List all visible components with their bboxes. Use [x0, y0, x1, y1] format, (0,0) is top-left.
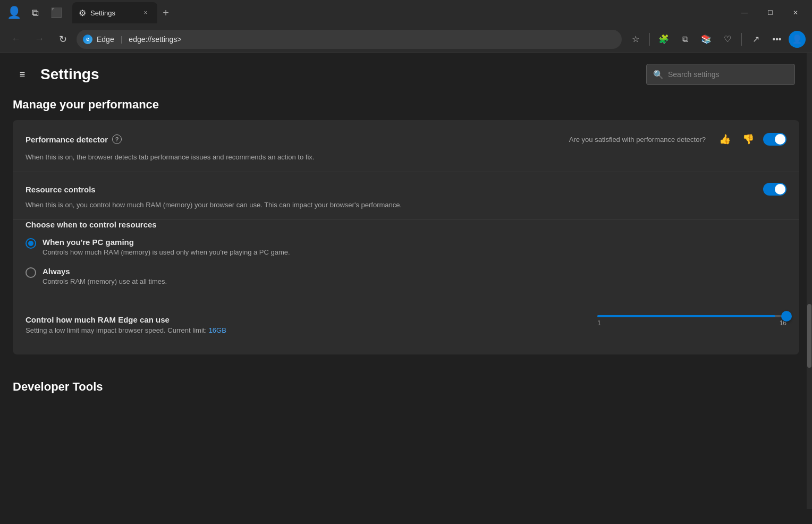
settings-tab[interactable]: ⚙ Settings × [72, 2, 157, 23]
extensions-btn[interactable]: 🧩 [654, 30, 673, 49]
ram-slider-thumb[interactable] [781, 311, 792, 322]
tab-settings-icon: ⚙ [79, 8, 86, 18]
share-btn[interactable]: ↗ [746, 30, 765, 49]
split-screen-btn[interactable]: ⧉ [675, 30, 695, 49]
radio-always-label: Always [43, 267, 167, 276]
favorites-btn[interactable]: ☆ [626, 30, 645, 49]
resource-controls-toggle[interactable] [763, 183, 786, 196]
profile-pic-btn[interactable]: 👤 [4, 3, 23, 22]
settings-page-title: Settings [40, 66, 99, 83]
developer-tools-title: Developer Tools [13, 380, 799, 394]
search-icon: 🔍 [653, 70, 664, 80]
scrollbar-thumb[interactable] [807, 304, 811, 368]
new-tab-btn[interactable]: + [157, 4, 174, 21]
nav-divider-1 [649, 33, 650, 46]
performance-detector-title: Performance detector [26, 135, 108, 144]
nav-bar: ← → ↻ e Edge | edge://settings> ☆ 🧩 ⧉ 📚 … [0, 26, 812, 53]
ram-slider-fill [597, 315, 775, 317]
browser-name-label: Edge [97, 35, 114, 44]
title-bar-left: 👤 ⧉ ⬛ [4, 3, 66, 22]
search-placeholder-text: Search settings [668, 70, 720, 79]
slider-container-wrapper: 1 16 [585, 315, 786, 327]
window-controls: — ☐ ✕ [732, 4, 808, 21]
ram-control-header: Control how much RAM Edge can use Settin… [26, 315, 786, 341]
performance-detector-header: Performance detector ? Are you satisfied… [26, 131, 786, 148]
feedback-btn[interactable]: ♡ [718, 30, 737, 49]
radio-always-input[interactable] [26, 267, 36, 278]
minimize-btn[interactable]: — [732, 4, 757, 21]
ram-control-content: Control how much RAM Edge can use Settin… [26, 315, 585, 341]
ram-slider-container [597, 315, 786, 317]
resource-controls-row: Resource controls When this is on, you c… [13, 172, 799, 220]
main-area: ≡ Settings 🔍 Search settings Manage your… [0, 53, 812, 524]
performance-detector-row: Performance detector ? Are you satisfied… [13, 120, 799, 172]
search-settings-input[interactable]: 🔍 Search settings [646, 64, 795, 85]
sidebar-toggle-btn[interactable]: ≡ [13, 65, 32, 84]
ram-current-limit: 16GB [209, 326, 226, 334]
thumbs-down-btn[interactable]: 👎 [740, 131, 757, 148]
tab-groups-btn[interactable]: ⬛ [47, 3, 66, 22]
tab-strip: ⚙ Settings × + [72, 0, 730, 26]
developer-tools-section: Developer Tools [0, 367, 812, 394]
workspaces-btn[interactable]: ⧉ [26, 3, 45, 22]
radio-gaming-label: When you're PC gaming [43, 238, 290, 247]
address-text: edge://settings> [129, 35, 181, 44]
performance-detector-help-icon[interactable]: ? [112, 134, 122, 144]
nav-divider-2 [741, 33, 742, 46]
performance-detector-toggle[interactable] [763, 133, 786, 146]
radio-always-desc: Controls RAM (memory) use at all times. [43, 277, 167, 285]
performance-section-title: Manage your performance [13, 94, 799, 112]
radio-always-content: Always Controls RAM (memory) use at all … [43, 267, 167, 285]
nav-actions: ☆ 🧩 ⧉ 📚 ♡ ↗ ••• 👤 [626, 30, 806, 49]
edge-logo-icon: e [83, 35, 92, 44]
radio-gaming-content: When you're PC gaming Controls how much … [43, 238, 290, 256]
settings-content: ≡ Settings 🔍 Search settings Manage your… [0, 53, 812, 524]
radio-gaming-desc: Controls how much RAM (memory) is used o… [43, 248, 290, 256]
feedback-row: Are you satisfied with performance detec… [569, 131, 786, 148]
ram-control-row: Control how much RAM Edge can use Settin… [13, 307, 799, 354]
ram-control-desc: Setting a low limit may impact browser s… [26, 326, 585, 334]
radio-option-gaming: When you're PC gaming Controls how much … [26, 238, 786, 256]
resource-controls-title: Resource controls [26, 185, 96, 194]
title-bar: 👤 ⧉ ⬛ ⚙ Settings × + — ☐ ✕ [0, 0, 812, 26]
performance-section: Manage your performance Performance dete… [0, 94, 812, 367]
tab-title: Settings [90, 9, 115, 17]
choose-when-section: Choose when to control resources When yo… [13, 220, 799, 307]
profile-avatar[interactable]: 👤 [789, 31, 806, 48]
radio-option-always: Always Controls RAM (memory) use at all … [26, 267, 786, 285]
performance-detector-toggle-knob [775, 134, 785, 145]
resource-controls-description: When this is on, you control how much RA… [26, 201, 786, 209]
radio-gaming-input[interactable] [26, 238, 36, 249]
thumbs-up-btn[interactable]: 👍 [716, 131, 733, 148]
address-bar[interactable]: e Edge | edge://settings> [77, 30, 622, 49]
resource-controls-header: Resource controls [26, 183, 786, 196]
maximize-btn[interactable]: ☐ [758, 4, 782, 21]
settings-header: ≡ Settings 🔍 Search settings [0, 53, 812, 94]
ram-control-title: Control how much RAM Edge can use [26, 315, 585, 324]
slider-labels: 1 16 [597, 319, 786, 327]
refresh-btn[interactable]: ↻ [53, 30, 72, 49]
collections-btn[interactable]: 📚 [697, 30, 716, 49]
close-btn[interactable]: ✕ [783, 4, 808, 21]
performance-detector-description: When this is on, the browser detects tab… [26, 153, 786, 161]
performance-detector-title-group: Performance detector ? [26, 134, 122, 144]
resource-controls-toggle-knob [775, 184, 785, 195]
feedback-question: Are you satisfied with performance detec… [569, 136, 706, 143]
tab-close-btn[interactable]: × [140, 7, 151, 18]
settings-title-row: ≡ Settings [13, 65, 99, 84]
more-actions-btn[interactable]: ••• [767, 30, 786, 49]
performance-card: Performance detector ? Are you satisfied… [13, 120, 799, 354]
address-separator: | [121, 35, 123, 44]
scrollbar-track [807, 53, 812, 509]
ram-desc-text: Setting a low limit may impact browser s… [26, 326, 207, 334]
ram-slider-track [597, 315, 786, 317]
choose-when-title: Choose when to control resources [26, 220, 786, 229]
forward-btn[interactable]: → [30, 30, 49, 49]
slider-min-label: 1 [597, 319, 601, 327]
back-btn[interactable]: ← [6, 30, 26, 49]
